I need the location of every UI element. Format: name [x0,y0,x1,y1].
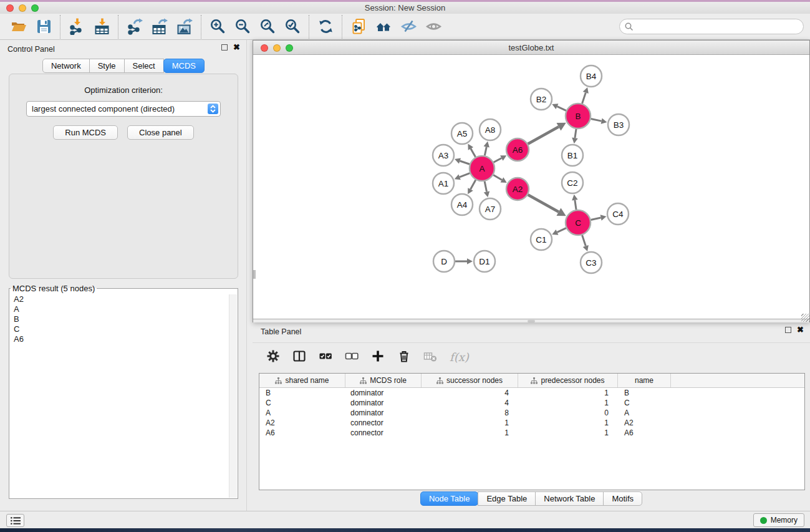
home-network-button[interactable] [371,16,396,38]
table-cell[interactable]: A6 [618,428,671,438]
column-header-name[interactable]: name [618,374,671,387]
graph-edge-C-C3[interactable] [582,235,586,246]
graph-edge-C-C2[interactable] [575,200,576,210]
float-panel-icon[interactable] [221,44,228,51]
delete-table-button[interactable] [423,349,437,365]
duplicate-page-button[interactable] [346,16,371,38]
table-cell[interactable]: 8 [422,408,518,418]
table-cell[interactable]: A2 [618,418,671,428]
graph-edge-A6-B[interactable] [528,127,559,143]
deselect-all-button[interactable] [345,349,359,365]
mcds-result-item[interactable]: B [10,314,229,324]
table-cell[interactable]: C [259,398,345,408]
network-canvas[interactable]: B4B2BB3B1A5A8A6A3AA1A4A7A2C2CC4C1C3DD1 [253,55,809,319]
graph-node-D[interactable]: D [433,251,455,272]
table-cell[interactable]: 0 [518,408,618,418]
table-cell[interactable]: A [259,408,345,418]
graph-node-C[interactable]: C [566,210,591,235]
table-cell[interactable]: A6 [259,428,345,438]
table-tab-edge-table[interactable]: Edge Table [478,491,536,506]
table-cell[interactable]: dominator [345,398,422,408]
close-panel-button[interactable]: Close panel [127,125,194,140]
hide-graphics-details-button[interactable] [396,16,421,38]
window-controls[interactable] [6,2,39,14]
graph-edge-B-B3[interactable] [591,118,602,121]
table-cell[interactable]: A2 [259,418,345,428]
save-session-button[interactable] [31,16,56,38]
tab-style[interactable]: Style [89,59,125,73]
network-window-titlebar[interactable]: testGlobe.txt [253,41,809,55]
tab-mcds[interactable]: MCDS [163,59,205,73]
table-cell[interactable]: C [618,398,671,408]
import-network-button[interactable] [64,16,89,38]
close-window-icon[interactable] [6,4,14,12]
graph-edge-A-A5[interactable] [471,148,476,157]
zoom-fit-button[interactable] [255,16,280,38]
tab-select[interactable]: Select [124,59,164,73]
graph-node-B3[interactable]: B3 [608,114,629,135]
graph-edge-A-A8[interactable] [485,147,486,155]
export-network-button[interactable] [122,16,147,38]
show-graphics-details-button[interactable] [421,16,446,38]
refresh-view-button[interactable] [313,16,338,38]
table-cell[interactable]: 1 [518,418,618,428]
column-header-predecessor-nodes[interactable]: predecessor nodes [518,374,618,387]
graph-node-A1[interactable]: A1 [433,173,454,194]
minimize-window-icon[interactable] [19,4,26,12]
graph-node-C3[interactable]: C3 [581,252,602,273]
float-table-panel-icon[interactable] [785,327,791,333]
column-header-shared-name[interactable]: shared name [259,374,345,387]
network-window-controls[interactable] [261,41,293,55]
mcds-result-item[interactable]: C [10,324,229,334]
graph-node-A2[interactable]: A2 [506,178,529,200]
graph-node-A6[interactable]: A6 [506,138,529,161]
table-row[interactable]: A2connector11A2 [259,418,804,428]
table-cell[interactable]: 1 [518,428,618,438]
mcds-result-item[interactable]: A [10,304,229,314]
graph-edge-B-B1[interactable] [575,129,576,138]
table-cell[interactable]: 1 [422,428,518,438]
close-panel-icon[interactable]: ✖ [233,44,240,51]
network-graph[interactable]: B4B2BB3B1A5A8A6A3AA1A4A7A2C2CC4C1C3DD1 [253,55,809,319]
table-cell[interactable]: 1 [518,388,618,398]
table-cell[interactable]: 4 [422,398,518,408]
result-scrollbar[interactable] [229,294,237,498]
vertical-scroll-thumb[interactable] [253,270,256,279]
graph-edge-C-C4[interactable] [591,218,601,220]
export-table-button[interactable] [147,16,172,38]
graph-node-C4[interactable]: C4 [607,203,629,225]
graph-node-A4[interactable]: A4 [451,194,473,215]
mcds-result-item[interactable]: A2 [10,294,229,304]
graph-node-B[interactable]: B [566,104,591,128]
graph-edge-A-A4[interactable] [471,180,476,189]
column-header-successor-nodes[interactable]: successor nodes [422,374,518,387]
graph-edge-A-A2[interactable] [493,175,502,180]
graph-node-D1[interactable]: D1 [474,251,495,272]
import-table-button[interactable] [89,16,114,38]
table-cell[interactable]: A [618,408,671,418]
table-cell[interactable]: 1 [518,398,618,408]
open-session-button[interactable] [6,16,31,38]
close-network-icon[interactable] [261,44,268,52]
export-image-button[interactable] [172,16,197,38]
table-row[interactable]: A6connector11A6 [259,428,804,438]
graph-node-A3[interactable]: A3 [433,145,454,166]
tab-network[interactable]: Network [42,59,90,73]
select-all-button[interactable] [319,349,332,365]
show-panels-button[interactable] [6,514,24,527]
graph-node-A7[interactable]: A7 [480,198,501,220]
graph-node-C1[interactable]: C1 [531,229,552,250]
graph-node-B2[interactable]: B2 [531,89,552,110]
graph-edge-B-B4[interactable] [582,93,586,104]
zoom-out-button[interactable] [230,16,255,38]
close-table-panel-icon[interactable]: ✖ [797,327,804,333]
table-row[interactable]: Adominator80A [259,408,804,418]
table-cell[interactable]: connector [345,418,422,428]
function-builder-button[interactable]: f(x) [450,351,469,364]
table-tab-motifs[interactable]: Motifs [603,491,642,506]
select-stepper-icon[interactable] [208,104,218,114]
table-row[interactable]: Cdominator41C [259,398,804,408]
table-cell[interactable]: dominator [345,408,422,418]
graph-edge-B-B2[interactable] [557,107,566,111]
table-cell[interactable]: 1 [422,418,518,428]
